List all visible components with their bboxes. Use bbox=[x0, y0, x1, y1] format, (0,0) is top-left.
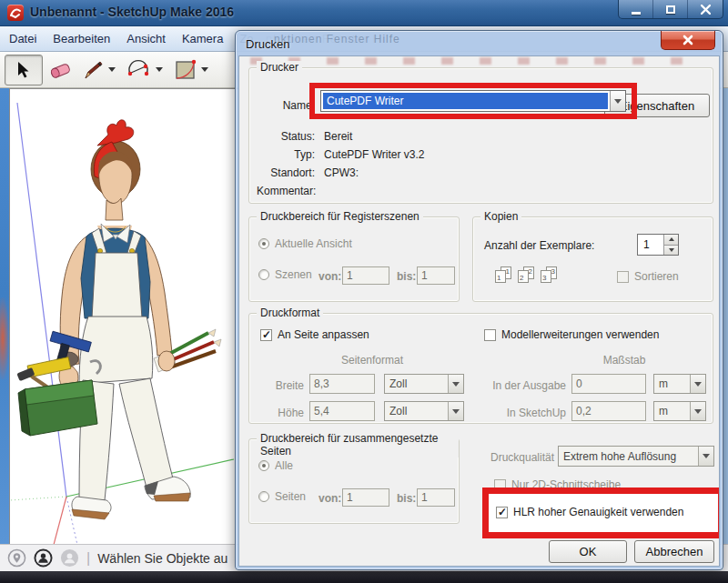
shapes-tool-button[interactable] bbox=[168, 55, 214, 85]
radio-selected-icon bbox=[258, 460, 269, 471]
printer-name-label: Name: bbox=[251, 99, 315, 112]
pencil-icon bbox=[83, 59, 105, 81]
collate-page-2: 2 2 bbox=[518, 266, 534, 283]
in-printout-unit-combo: m bbox=[653, 374, 706, 394]
chevron-down-icon bbox=[448, 402, 463, 420]
all-pages-radio: Alle bbox=[258, 459, 293, 472]
model-extents-label: Modellerweiterungen verwenden bbox=[501, 328, 659, 341]
avatar-icon[interactable] bbox=[60, 548, 79, 568]
annotation-box-hlr: HLR hoher Genauigkeit verwenden bbox=[482, 488, 720, 538]
in-printout-unit-value: m bbox=[654, 377, 690, 390]
checkbox-icon bbox=[617, 271, 629, 283]
menu-item-bearbeiten[interactable]: Bearbeiten bbox=[53, 32, 110, 45]
window-title: Unbenannt - SketchUp Make 2016 bbox=[30, 5, 234, 19]
cancel-button[interactable]: Abbrechen bbox=[634, 540, 714, 563]
collate-preview-icon: 1 1 2 2 3 3 bbox=[495, 266, 557, 283]
select-tool-button[interactable] bbox=[5, 55, 43, 85]
chevron-down-icon bbox=[448, 375, 463, 393]
collate-page-1: 1 1 bbox=[495, 266, 511, 283]
copies-legend: Kopien bbox=[480, 210, 521, 223]
chevron-down-icon bbox=[698, 447, 713, 466]
collate-page-3: 3 3 bbox=[541, 266, 557, 283]
pages-from-input bbox=[342, 488, 389, 507]
scenes-label: Szenen bbox=[275, 268, 312, 281]
menu-item-ansicht[interactable]: Ansicht bbox=[126, 32, 166, 45]
window-controls bbox=[618, 0, 723, 19]
rectangle-shape-icon bbox=[174, 59, 197, 81]
scenes-to-input bbox=[417, 266, 455, 285]
green-axis-negative bbox=[10, 497, 66, 500]
arc-protractor-icon bbox=[126, 59, 152, 81]
close-button[interactable] bbox=[688, 0, 723, 18]
collate-label: Sortieren bbox=[634, 270, 679, 283]
border-reflection bbox=[0, 297, 9, 379]
menu-item-datei[interactable]: Datei bbox=[9, 32, 36, 45]
line-tool-dropdown-caret[interactable] bbox=[108, 67, 116, 72]
geolocation-icon[interactable] bbox=[7, 548, 26, 568]
in-sketchup-label: In SketchUp bbox=[488, 407, 566, 419]
tiled-range-legend: Druckbereich für zusammengesetzte Seiten bbox=[257, 432, 459, 457]
width-unit-combo: Zoll bbox=[384, 374, 464, 394]
menu-item-kamera[interactable]: Kamera bbox=[182, 32, 224, 45]
eraser-tool-button[interactable] bbox=[43, 55, 77, 85]
print-dialog: nktionen Fenster Hilfe Drucken Drucker N… bbox=[235, 30, 723, 570]
tiled-range-group: Druckbereich für zusammengesetzte Seiten… bbox=[248, 438, 460, 524]
model-extents-checkbox[interactable]: Modellerweiterungen verwenden bbox=[484, 328, 659, 341]
print-dialog-body: Drucker Name: CutePDF Writer Eigenschaft… bbox=[238, 55, 720, 567]
printer-location-label: Standort: bbox=[257, 166, 315, 179]
print-quality-label: Druckqualität bbox=[476, 451, 554, 464]
close-icon bbox=[701, 5, 711, 15]
scenes-from-input bbox=[342, 266, 389, 285]
hlr-checkbox[interactable]: HLR hoher Genauigkeit verwenden bbox=[496, 506, 683, 518]
status-hint-text: Wählen Sie Objekte au bbox=[97, 551, 228, 566]
printer-group: Drucker Name: CutePDF Writer Eigenschaft… bbox=[248, 67, 713, 204]
pages-from-label: von: bbox=[318, 492, 341, 505]
copies-spinner[interactable]: 1 bbox=[637, 234, 679, 256]
maximize-button[interactable] bbox=[653, 0, 688, 18]
dialog-close-button[interactable] bbox=[661, 31, 715, 50]
page-number: 3 bbox=[541, 270, 551, 283]
line-tool-button[interactable] bbox=[77, 55, 121, 85]
chevron-down-icon bbox=[614, 99, 622, 104]
copies-count-label: Anzahl der Exemplare: bbox=[484, 239, 594, 252]
spinner-down-button[interactable] bbox=[664, 246, 678, 256]
arc-tool-button[interactable] bbox=[121, 55, 168, 85]
in-sketchup-unit-value: m bbox=[654, 405, 690, 417]
sketchup-logo-icon bbox=[7, 5, 24, 21]
printer-type-label: Typ: bbox=[257, 148, 315, 161]
current-view-radio: Aktuelle Ansicht bbox=[258, 237, 352, 250]
chevron-up-icon bbox=[669, 237, 674, 241]
pages-label: Seiten bbox=[275, 490, 306, 503]
tab-scene-range-group: Druckbereich für Registerszenen Aktuelle… bbox=[248, 216, 460, 302]
spinner-up-button[interactable] bbox=[664, 235, 678, 246]
fit-to-page-checkbox[interactable]: An Seite anpassen bbox=[260, 328, 369, 341]
model-view bbox=[10, 89, 236, 545]
status-separator: | bbox=[86, 550, 90, 567]
pages-radio: Seiten bbox=[258, 490, 306, 503]
radio-icon bbox=[258, 269, 269, 280]
printer-name-dropdown-button[interactable] bbox=[610, 91, 625, 111]
print-size-group: Druckformat An Seite anpassen Modellerwe… bbox=[248, 313, 713, 424]
printer-status-label: Status: bbox=[257, 130, 315, 143]
chevron-down-icon bbox=[669, 248, 674, 252]
minimize-button[interactable] bbox=[619, 0, 653, 18]
page-number: 2 bbox=[518, 270, 529, 283]
scale-label: Maßstab bbox=[570, 354, 679, 367]
shapes-tool-dropdown-caret[interactable] bbox=[201, 67, 208, 72]
copies-count-value: 1 bbox=[638, 235, 663, 255]
claim-credit-icon[interactable] bbox=[34, 548, 53, 568]
window-border-bottom bbox=[0, 571, 728, 583]
scenes-radio: Szenen bbox=[258, 268, 312, 281]
radio-selected-icon bbox=[258, 238, 269, 249]
print-dialog-title: Drucken bbox=[246, 37, 289, 51]
scale-figure[interactable] bbox=[16, 120, 221, 519]
width-input bbox=[309, 374, 375, 394]
in-sketchup-unit-combo: m bbox=[653, 401, 706, 421]
ok-button[interactable]: OK bbox=[549, 540, 627, 563]
printer-name-combobox[interactable]: CutePDF Writer bbox=[320, 90, 626, 112]
maximize-icon bbox=[666, 5, 675, 14]
printer-type-value: CutePDF Writer v3.2 bbox=[324, 148, 424, 161]
page-number: 1 bbox=[495, 270, 506, 283]
arc-tool-dropdown-caret[interactable] bbox=[156, 67, 163, 72]
printer-comment-label: Kommentar: bbox=[257, 185, 315, 197]
